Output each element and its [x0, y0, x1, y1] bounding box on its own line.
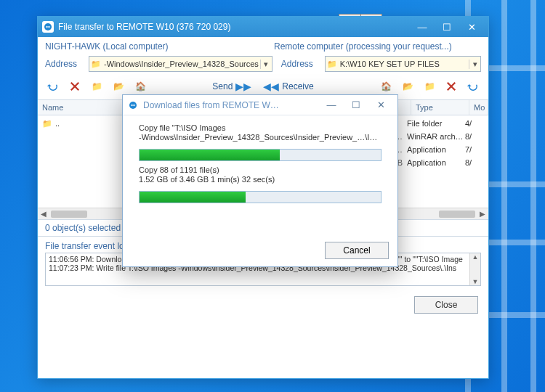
maximize-button[interactable]: ☐: [344, 95, 368, 115]
receive-button[interactable]: ◀◀ Receive: [257, 78, 319, 95]
close-dialog-button[interactable]: ✕: [368, 95, 393, 115]
copy-size-line: 1.52 GB of 3.46 GB 1 min(s) 32 sec(s): [139, 175, 382, 184]
new-folder-icon[interactable]: 📁: [420, 78, 439, 95]
local-address-value: -Windows\Insider_Preview_14328_Sources: [102, 60, 260, 68]
overall-progress-bar: [139, 191, 382, 203]
minimize-button[interactable]: —: [319, 95, 344, 115]
folder-icon: 📁: [326, 60, 339, 69]
close-window-button[interactable]: ✕: [459, 17, 484, 37]
send-button[interactable]: Send ▶▶: [206, 78, 257, 95]
cell-modified: 7/: [465, 145, 484, 154]
maximize-button[interactable]: ☐: [435, 17, 459, 37]
close-button[interactable]: Close: [414, 296, 478, 314]
send-label: Send: [212, 81, 233, 91]
minimize-button[interactable]: —: [410, 17, 435, 37]
delete-icon[interactable]: [65, 78, 84, 95]
updir-label: ..: [55, 119, 60, 128]
dialog-titlebar[interactable]: Download files from REMOTE W… — ☐ ✕: [123, 95, 397, 115]
copy-file-line2: -Windows\Insider_Preview_14328_Sources\I…: [139, 133, 382, 142]
cell-type: Application: [407, 158, 465, 167]
home-icon[interactable]: 🏠: [376, 78, 395, 95]
refresh-icon[interactable]: [44, 78, 62, 95]
local-address-label: Address: [45, 59, 80, 69]
arrow-right-icon: ▶▶: [235, 81, 251, 92]
teamviewer-logo-icon: [127, 99, 139, 111]
teamviewer-logo-icon: [42, 21, 54, 33]
chevron-down-icon[interactable]: ▾: [469, 60, 480, 69]
delete-icon[interactable]: [442, 78, 461, 95]
parent-folder-icon[interactable]: 📂: [398, 78, 417, 95]
remote-header: Remote computer (processing your request…: [274, 41, 481, 52]
arrow-left-icon: ◀◀: [263, 81, 279, 92]
titlebar[interactable]: File transfer to REMOTE W10 (376 720 029…: [38, 17, 488, 37]
local-header: NIGHT-HAWK (Local computer): [45, 41, 252, 52]
folder-icon: 📁: [89, 60, 102, 69]
file-progress-bar: [139, 149, 382, 161]
refresh-icon[interactable]: [464, 78, 483, 95]
cell-type: WinRAR arch…: [407, 132, 465, 141]
remote-address-label: Address: [281, 59, 316, 69]
cancel-button[interactable]: Cancel: [325, 242, 389, 259]
window-title: File transfer to REMOTE W10 (376 720 029…: [58, 22, 410, 32]
cell-type: File folder: [407, 119, 465, 128]
cell-modified: 8/: [465, 158, 484, 167]
download-dialog: Download files from REMOTE W… — ☐ ✕ Copy…: [122, 94, 398, 267]
dialog-title: Download files from REMOTE W…: [143, 100, 319, 110]
home-icon[interactable]: 🏠: [131, 78, 150, 95]
v-scrollbar[interactable]: ▲▼: [469, 253, 480, 285]
col-modified[interactable]: Mo: [469, 100, 488, 115]
receive-label: Receive: [282, 81, 313, 91]
remote-address-value: K:\W10 KEY SET UP FILES: [339, 60, 469, 68]
folder-up-icon: 📁: [42, 119, 52, 128]
col-type[interactable]: Type: [411, 100, 469, 115]
remote-address-combo[interactable]: 📁 K:\W10 KEY SET UP FILES ▾: [325, 56, 481, 72]
chevron-down-icon[interactable]: ▾: [260, 60, 272, 69]
parent-folder-icon[interactable]: 📂: [109, 78, 128, 95]
cell-type: Application: [407, 145, 465, 154]
copy-count-line: Copy 88 of 1191 file(s): [139, 166, 382, 174]
new-folder-icon[interactable]: 📁: [87, 78, 106, 95]
cell-modified: 8/: [465, 132, 484, 141]
cell-modified: 4/: [465, 119, 484, 128]
local-address-combo[interactable]: 📁 -Windows\Insider_Preview_14328_Sources…: [89, 56, 272, 72]
copy-file-line1: Copy file "T:\ISO Images: [139, 123, 382, 132]
